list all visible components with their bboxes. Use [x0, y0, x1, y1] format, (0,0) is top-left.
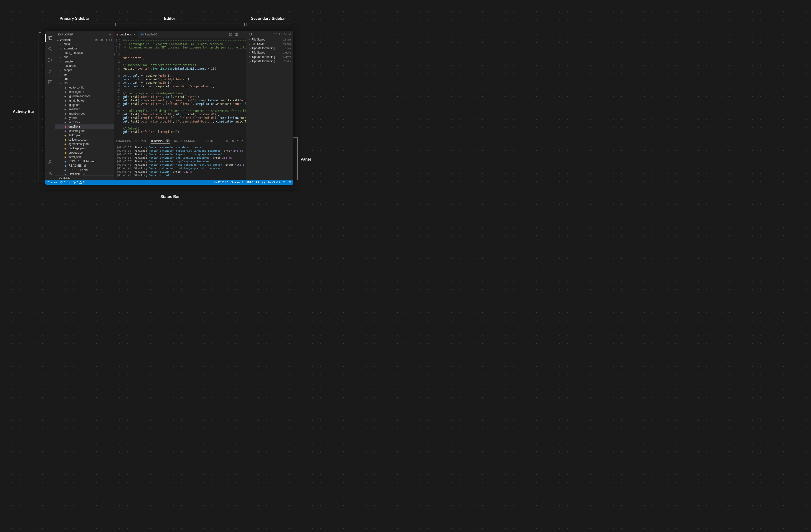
activity-search-icon[interactable]	[45, 44, 55, 54]
panel-tab-problems[interactable]: PROBLEMS	[116, 139, 131, 142]
folder-scripts[interactable]: ›scripts	[55, 68, 114, 72]
timeline-item[interactable]: ○File Saved2 days	[246, 50, 293, 55]
new-terminal-icon[interactable]: ＋	[217, 139, 219, 143]
file-cglicenses.json[interactable]: ◆cglicenses.json	[55, 138, 114, 142]
chevron-down-icon[interactable]: ⌄	[57, 38, 59, 41]
folder-src[interactable]: ›src	[55, 72, 114, 77]
file-package.json[interactable]: ◆package.json	[55, 146, 114, 151]
timeline-label: Update formatting	[252, 60, 275, 63]
status-eol[interactable]: LF	[256, 181, 259, 184]
sidebar-more-icon[interactable]: ⋯	[108, 33, 111, 36]
folder-build[interactable]: ›build	[55, 42, 114, 46]
file-.git-blame-ignore[interactable]: ◆.git-blame-ignore	[55, 94, 114, 98]
more-icon[interactable]: ⋯	[241, 33, 244, 36]
split-icon[interactable]	[235, 33, 238, 36]
timeline-item[interactable]: ◇Update formatting5 days	[246, 55, 293, 59]
chevron-right-icon[interactable]: ›	[57, 176, 58, 179]
new-folder-icon[interactable]	[100, 38, 103, 42]
svg-line-3	[51, 50, 52, 51]
file-label: yarn.lock	[68, 121, 80, 124]
compare-icon[interactable]	[229, 33, 232, 36]
svg-point-28	[48, 183, 48, 184]
status-spaces[interactable]: Spaces: 2	[231, 181, 243, 184]
file-LICENSE.txt[interactable]: ◆LICENSE.txt	[55, 172, 114, 175]
outline-section-label[interactable]: OUTLINE	[58, 176, 70, 179]
status-feedback-icon[interactable]	[283, 181, 286, 184]
activity-explorer-icon[interactable]	[45, 33, 55, 43]
timeline-item[interactable]: ◇Update formatting1 day	[246, 46, 293, 50]
chevron-up-icon[interactable]: ⌃	[237, 140, 239, 142]
file-.mention-bot[interactable]: ◆.mention-bot	[55, 111, 114, 116]
timeline-label: File Saved	[251, 38, 265, 41]
filter-icon[interactable]	[284, 33, 287, 36]
file-SECURITY.md[interactable]: ◆SECURITY.md	[55, 168, 114, 172]
terminal-dropdown-icon[interactable]: ⌄	[222, 140, 224, 142]
folder-extensions[interactable]: ›extensions	[55, 46, 114, 51]
status-bell-icon[interactable]	[289, 181, 291, 184]
activity-settings-icon[interactable]	[45, 168, 55, 178]
panel-tab-terminal[interactable]: TERMINAL1	[151, 139, 170, 143]
svg-rect-24	[206, 140, 209, 142]
status-branch[interactable]: main	[47, 181, 57, 184]
folder-src[interactable]: ›src	[55, 77, 114, 81]
chevron-right-icon: ›	[60, 60, 62, 63]
timeline-refresh-icon[interactable]	[249, 33, 252, 36]
close-tab-icon[interactable]: ✕	[133, 33, 136, 36]
folder-test[interactable]: ›test	[55, 81, 114, 85]
file-README.md[interactable]: ◆README.md	[55, 163, 114, 168]
panel-tab-output[interactable]: OUTPUT	[135, 139, 146, 142]
timeline-item[interactable]: ○File Saved40 min	[246, 42, 293, 46]
file-yarn.lock[interactable]: ◆yarn.lock	[55, 120, 114, 124]
file-product.json[interactable]: ◆product.json	[55, 151, 114, 155]
svg-rect-20	[229, 33, 230, 35]
file-cgmanifest.json[interactable]: ◆cgmanifest.json	[55, 142, 114, 146]
folder-resources[interactable]: ›resources	[55, 64, 114, 68]
file-.eslintignore[interactable]: ◆.eslintignore	[55, 90, 114, 94]
tab-Untitled-2[interactable]: TSUntitled-2	[138, 31, 160, 38]
tab-label: gulpfile.js	[120, 33, 132, 36]
file-gulpfile.js[interactable]: ◆gulpfile.js	[55, 124, 114, 129]
file-.lsifrc.json[interactable]: ◆.lsifrc.json	[55, 133, 114, 138]
code-content[interactable]: /*--------------------------------------…	[123, 38, 246, 137]
folder-out[interactable]: ›out	[55, 55, 114, 59]
file-.gitignore[interactable]: ◆.gitignore	[55, 103, 114, 107]
split-terminal-icon[interactable]	[226, 139, 229, 142]
timeline-label: File Saved	[251, 42, 265, 46]
status-encoding[interactable]: UTF-8	[246, 181, 253, 184]
folder-remote[interactable]: ›remote	[55, 59, 114, 64]
file-label: .gitattributes	[68, 99, 84, 102]
file-.mailmap[interactable]: ◆.mailmap	[55, 107, 114, 111]
close-sidebar-icon[interactable]: ✕	[289, 33, 291, 36]
file-.yarnrc[interactable]: ◆.yarnrc	[55, 116, 114, 120]
activity-extensions-icon[interactable]	[45, 77, 55, 87]
activity-debug-icon[interactable]	[45, 66, 55, 76]
pin-icon[interactable]	[274, 33, 277, 36]
folder-node_modules[interactable]: ›node_modules	[55, 51, 114, 55]
activity-scm-icon[interactable]	[45, 55, 55, 65]
file-CONTRIBUTING.md[interactable]: ◆CONTRIBUTING.md	[55, 159, 114, 163]
file-label: cglicenses.json	[68, 138, 88, 141]
tab-gulpfile.js[interactable]: ◆gulpfile.js✕	[114, 31, 138, 38]
terminal-shell-selector[interactable]: zsh	[206, 139, 214, 142]
refresh-icon[interactable]	[104, 38, 107, 42]
activity-accounts-icon[interactable]	[45, 157, 55, 167]
status-sync[interactable]: 0↓ 1↑	[60, 181, 70, 184]
file-tsfmt.json[interactable]: ◆tsfmt.json	[55, 155, 114, 159]
folder-label: build	[64, 43, 70, 46]
close-panel-icon[interactable]: ✕	[241, 139, 244, 142]
refresh2-icon[interactable]	[279, 33, 282, 36]
timeline-item[interactable]: ◇Update formatting2 wks	[246, 59, 293, 63]
new-file-icon[interactable]	[95, 38, 98, 42]
file-.eslintrc.json[interactable]: ◆.eslintrc.json	[55, 129, 114, 133]
status-lncol[interactable]: Ln 17, Col 3	[214, 181, 228, 184]
status-lang[interactable]: { } JavaScript	[262, 181, 280, 184]
chevron-right-icon: ›	[60, 47, 62, 50]
file-.gitattributes[interactable]: ◆.gitattributes	[55, 98, 114, 103]
terminal-output[interactable]: [09:43:36] Starting 'watch-extension:vsc…	[114, 144, 246, 180]
panel-tab-debug-console[interactable]: DEBUG CONSOLE	[174, 139, 197, 142]
timeline-item[interactable]: ○File Saved22 min	[246, 37, 293, 42]
trash-icon[interactable]	[232, 139, 234, 142]
collapse-icon[interactable]	[109, 38, 112, 42]
status-errors[interactable]: 0 0	[73, 181, 85, 184]
file-.editorconfig[interactable]: ◆.editorconfig	[55, 85, 114, 90]
